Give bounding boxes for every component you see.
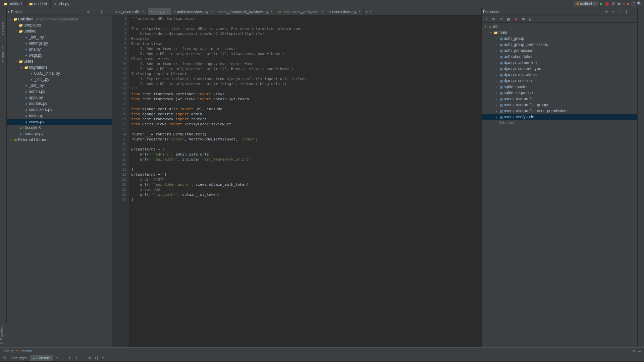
code-line[interactable]: The `urlpatterns` list routes URLs to vi… (131, 26, 479, 31)
db-item-authtoken_token[interactable]: ▸▦authtoken_token (482, 54, 637, 60)
code-line[interactable] (131, 142, 479, 147)
code-line[interactable]: 2. Add a URL to urlpatterns: url(r'^blog… (131, 81, 479, 86)
code-line[interactable]: url(r'^api-auth/', include('rest_framewo… (131, 157, 479, 162)
table-icon[interactable]: ⊞ (521, 17, 526, 21)
code-line[interactable] (131, 102, 479, 107)
code-line[interactable]: urlpatterns += [ (131, 172, 479, 177)
add-datasource-icon[interactable]: + (484, 17, 489, 21)
editor-tab-5[interactable]: ●users/views.py× (326, 8, 363, 15)
rerun-icon[interactable]: ↻ (1, 356, 7, 360)
expand-arrow-icon[interactable]: ▸ (494, 116, 498, 119)
db-item-django_admin_log[interactable]: ▸▦django_admin_log (482, 60, 637, 66)
code-line[interactable]: https://docs.djangoproject.com/en/1.10/t… (131, 31, 479, 36)
attach-button[interactable]: ⎋ (623, 1, 625, 6)
profile-button[interactable]: ◉ (617, 1, 621, 6)
db-item-users_userprofile[interactable]: ▸▦users_userprofile (482, 96, 637, 102)
code-line[interactable]: from rest_framework import routers (131, 117, 479, 122)
close-icon[interactable]: × (143, 10, 145, 13)
tree-item-settings-py[interactable]: ●settings.py (7, 40, 112, 46)
code-line[interactable]: 1. Add an import: from my_app import vie… (131, 46, 479, 51)
debugger-tab[interactable]: Debugger (8, 355, 30, 361)
code-line[interactable] (131, 21, 479, 26)
tree-item-models-py[interactable]: ●models.py (7, 101, 112, 107)
add-icon[interactable]: + (610, 10, 616, 13)
evaluate-icon[interactable]: ≡ (100, 356, 106, 360)
expand-arrow-icon[interactable]: ▸ (494, 67, 498, 70)
editor-tab-2[interactable]: ●authtoken/views.py× (171, 8, 216, 15)
nav-tab-2[interactable]: ●urls.py (51, 0, 73, 8)
db-item-main[interactable]: ▾📁main (482, 29, 637, 36)
tool-project-tab[interactable]: 1: Project (1, 21, 5, 36)
run-to-cursor-icon[interactable]: ▸| (94, 356, 100, 360)
expand-arrow-icon[interactable]: ▸ (494, 55, 498, 58)
code-line[interactable]: from users.views import VerifyCodeListVi… (131, 122, 479, 127)
code-line[interactable]: from django.contrib import admin (131, 112, 479, 117)
code-line[interactable]: 2. Add a URL to urlpatterns: url(r'^$', … (131, 66, 479, 71)
expand-arrow-icon[interactable]: ▾ (14, 60, 18, 63)
tree-item-users[interactable]: ▾📁users (7, 58, 112, 64)
db-item-users_userprofile_groups[interactable]: ▸▦users_userprofile_groups (482, 102, 637, 108)
db-item-users_verifycode[interactable]: ▸▦users_verifycode (482, 114, 637, 120)
tree-item-db-sqlite3[interactable]: ◆db.sqlite3 (7, 125, 112, 131)
db-item-db[interactable]: ▾◆db (482, 23, 637, 29)
expand-arrow-icon[interactable]: ▸ (494, 104, 498, 107)
tree-item-migrations[interactable]: ▾📁migrations (7, 64, 112, 70)
db-item-django_session[interactable]: ▸▦django_session (482, 78, 637, 84)
code-line[interactable]: ] (131, 167, 479, 172)
editor-tab-0[interactable]: ▦s_userprofile× (112, 8, 148, 15)
db-item-users_userprofile_user_permissions[interactable]: ▸▦users_userprofile_user_permissions (482, 108, 637, 114)
hide-icon[interactable]: — (106, 10, 111, 13)
coverage-button[interactable]: ⟳ (612, 1, 615, 6)
db-item-schemas-[interactable]: Schemas... (482, 120, 637, 126)
expand-arrow-icon[interactable]: ▸ (494, 49, 498, 52)
search-button[interactable]: 🔍 (637, 1, 642, 6)
code-line[interactable]: Function views (131, 41, 479, 46)
db-item-django_content_type[interactable]: ▸▦django_content_type (482, 66, 637, 72)
tree-item-_init_-py[interactable]: ●_init_.py (7, 76, 112, 82)
tree-item-templates[interactable]: 📁templates (7, 22, 112, 28)
expand-arrow-icon[interactable]: ▾ (9, 18, 13, 21)
settings-icon[interactable]: ✻ (99, 10, 104, 13)
tree-item-0001_initial-py[interactable]: ●0001_initial.py (7, 70, 112, 76)
tree-item-apps-py[interactable]: ●apps.py (7, 95, 112, 101)
db-item-auth_group_permissions[interactable]: ▸▦auth_group_permissions (482, 42, 637, 48)
code-line[interactable]: # jwt 认证 (131, 187, 479, 192)
stop-button[interactable]: ■ (627, 1, 629, 6)
tab-overflow-icon[interactable]: ▾ ⋮ (364, 8, 375, 15)
code-line[interactable]: 2. Add a URL to urlpatterns: url(r'^$', … (131, 51, 479, 56)
run-config-selector[interactable]: dj untitled ▾ (574, 1, 598, 6)
code-line[interactable]: Including another URLconf (131, 71, 479, 76)
tree-item-tests-py[interactable]: ●tests.py (7, 113, 112, 119)
expand-arrow-icon[interactable]: ▸ (494, 110, 498, 113)
code-line[interactable] (131, 162, 479, 167)
force-step-icon[interactable]: ⤓ (73, 356, 79, 360)
expand-arrow-icon[interactable]: ▸ (494, 43, 498, 46)
duplicate-icon[interactable]: ⧉ (491, 17, 496, 21)
close-icon[interactable]: × (321, 10, 323, 13)
tree-item-views-py[interactable]: ●views.py (7, 119, 112, 125)
code-line[interactable]: """untitled URL Configuration (131, 16, 479, 21)
code-line[interactable]: """ (131, 86, 479, 92)
tree-item-wsgi-py[interactable]: ●wsgi.py (7, 52, 112, 58)
expand-arrow-icon[interactable]: ▸ (494, 61, 498, 64)
expand-arrow-icon[interactable]: ▸ (494, 79, 498, 82)
nav-tab-1[interactable]: 📁untitled (25, 0, 51, 8)
tool-structure-tab[interactable]: 2: Structure (1, 46, 5, 63)
database-tree[interactable]: ▾◆db▾📁main▸▦auth_group▸▦auth_group_permi… (482, 23, 637, 347)
debug-button[interactable]: 🐞 (605, 1, 610, 6)
tree-item-admin-py[interactable]: ●admin.py (7, 88, 112, 95)
step-into-my-icon[interactable]: ⇣ (67, 356, 73, 360)
vcs-button[interactable]: ⬚ (631, 1, 635, 6)
tool-favorites-tab[interactable]: 2: Favorites (0, 323, 4, 347)
close-icon[interactable]: × (359, 10, 361, 13)
code-line[interactable]: from rest_framework.authtoken import vie… (131, 92, 479, 97)
code-line[interactable]: ] (131, 197, 479, 202)
settings-icon[interactable]: ✻ (624, 10, 629, 13)
expand-arrow-icon[interactable]: ▸ (494, 92, 498, 95)
tree-item-serializers-py[interactable]: ●serializers.py (7, 107, 112, 113)
step-over-icon[interactable]: ↷ (53, 356, 59, 360)
editor-tab-4[interactable]: ▦main.users_verifycode× (275, 8, 326, 15)
expand-arrow-icon[interactable]: ▾ (14, 30, 18, 33)
code-line[interactable]: # drf 自带的 (131, 177, 479, 182)
close-icon[interactable]: × (270, 10, 272, 13)
